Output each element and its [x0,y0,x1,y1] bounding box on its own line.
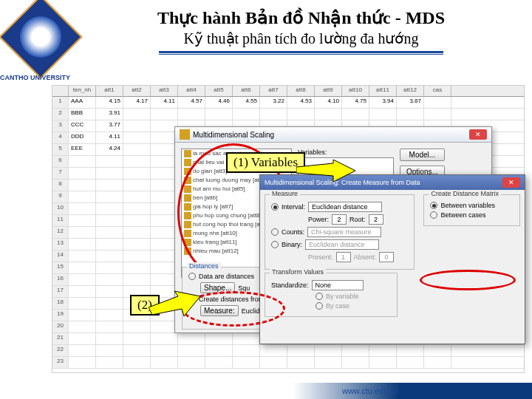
cell[interactable] [96,274,123,285]
cell[interactable]: 4.53 [287,97,315,108]
radio-counts[interactable] [271,228,279,236]
standardize-select[interactable]: None [312,280,364,290]
row-number[interactable]: 21 [52,333,69,344]
cell[interactable] [69,239,96,250]
cell[interactable] [397,357,424,368]
cell[interactable] [424,357,451,368]
cell[interactable] [287,345,315,356]
cell[interactable] [178,345,205,356]
cell[interactable] [287,357,315,368]
table-row[interactable]: 23 [52,357,524,369]
cell[interactable]: 3.87 [397,97,424,108]
column-header[interactable]: att3 [151,86,178,96]
cell[interactable]: 4.17 [123,97,151,108]
absent-input[interactable]: 0 [379,252,394,262]
row-number[interactable]: 7 [52,168,69,179]
cell[interactable] [205,345,233,356]
row-number[interactable]: 23 [52,357,69,368]
cell[interactable] [69,345,96,356]
row-number[interactable]: 11 [52,215,69,226]
cell[interactable] [315,345,342,356]
cell[interactable] [424,97,451,108]
cell[interactable] [315,109,342,120]
measure-button[interactable]: Measure: [200,305,239,316]
cell[interactable] [123,191,151,202]
cell[interactable] [123,239,151,250]
cell[interactable] [96,215,123,226]
cell[interactable] [123,180,151,191]
cell[interactable] [369,357,397,368]
cell[interactable]: 4.46 [205,97,233,108]
cell[interactable] [287,109,315,120]
cell[interactable] [96,310,123,321]
radio-by-variable[interactable] [316,293,323,300]
cell[interactable] [123,120,151,132]
cell[interactable]: 3.22 [260,97,287,108]
shape-button[interactable]: Shape... [200,282,235,293]
root-input[interactable]: 2 [369,214,383,225]
table-row[interactable]: 1AAA4.154.174.114.574.464.553.224.534.10… [52,97,524,109]
row-number[interactable]: 19 [52,310,69,321]
radio-between-vars[interactable] [430,202,437,209]
cell[interactable] [96,156,123,167]
cell[interactable] [369,109,397,120]
cell[interactable] [151,109,178,120]
cell[interactable] [178,109,205,120]
radio-data-distances[interactable] [188,273,196,280]
cell[interactable] [260,345,287,356]
cell[interactable] [96,168,123,179]
row-number[interactable]: 13 [52,239,69,250]
cell[interactable] [123,144,151,155]
cell[interactable] [397,109,424,120]
cell[interactable] [96,286,123,297]
cell[interactable] [123,168,151,179]
close-icon[interactable]: ✕ [502,177,520,188]
binary-select[interactable]: Euclidean distance [305,239,379,250]
cell[interactable] [123,321,151,332]
cell[interactable]: CCC [69,120,96,132]
cell[interactable] [151,345,178,356]
cell[interactable] [233,357,260,368]
create-measure-dialog[interactable]: Multidimensional Scaling: Create Measure… [259,174,525,344]
cell[interactable]: 4.75 [342,97,369,108]
row-number[interactable]: 18 [52,298,69,309]
table-row[interactable]: 22 [52,345,524,357]
cell[interactable] [342,345,369,356]
cell[interactable] [123,274,151,285]
row-number[interactable]: 3 [52,120,69,132]
cell[interactable] [123,156,151,167]
cell[interactable]: 4.24 [96,144,123,155]
row-number[interactable]: 14 [52,250,69,262]
cell[interactable] [69,168,96,179]
cell[interactable] [69,156,96,167]
cell[interactable] [96,250,123,262]
cell[interactable] [369,345,397,356]
cell[interactable] [205,357,233,368]
row-number[interactable]: 10 [52,203,69,214]
row-number[interactable]: 4 [52,132,69,143]
cell[interactable] [123,109,151,120]
column-header[interactable]: att10 [342,86,369,96]
cell[interactable]: 3.94 [369,97,397,108]
cell[interactable] [205,333,233,344]
cell[interactable] [233,109,260,120]
cell[interactable] [69,191,96,202]
cell[interactable] [342,357,369,368]
column-header[interactable]: att11 [369,86,397,96]
row-number[interactable]: 17 [52,286,69,297]
cell[interactable] [96,239,123,250]
cell[interactable] [69,180,96,191]
cell[interactable] [96,180,123,191]
cell[interactable] [69,227,96,238]
cell[interactable] [233,333,260,344]
column-header[interactable]: att5 [205,86,233,96]
cell[interactable] [424,345,451,356]
cell[interactable]: BBB [69,109,96,120]
radio-by-case[interactable] [316,302,323,310]
cell[interactable] [123,203,151,214]
column-header[interactable]: att9 [315,86,342,96]
column-header[interactable]: ten_nh [69,86,96,96]
cell[interactable] [260,109,287,120]
row-number[interactable]: 9 [52,191,69,202]
row-number[interactable]: 1 [52,97,69,108]
